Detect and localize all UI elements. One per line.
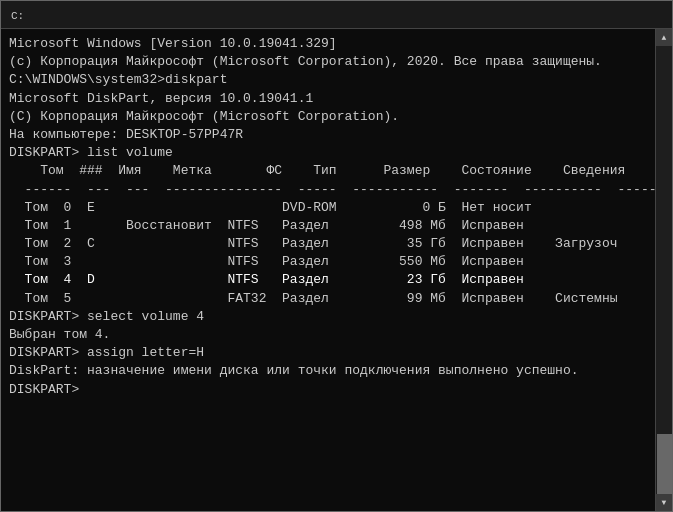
app-icon: C:\: [9, 7, 25, 23]
title-bar: C:\: [1, 1, 672, 29]
content-area: Microsoft Windows [Version 10.0.19041.32…: [1, 29, 672, 511]
scroll-up-button[interactable]: ▲: [656, 29, 673, 46]
minimize-button[interactable]: [526, 1, 572, 29]
scrollbar[interactable]: ▲ ▼: [655, 29, 672, 511]
maximize-button[interactable]: [572, 1, 618, 29]
window-controls: [526, 1, 664, 29]
close-button[interactable]: [618, 1, 664, 29]
window: C:\ Microsoft Windows [Version 10.0.1904…: [0, 0, 673, 512]
scroll-down-button[interactable]: ▼: [656, 494, 673, 511]
scroll-track: [656, 46, 672, 494]
terminal-output[interactable]: Microsoft Windows [Version 10.0.19041.32…: [1, 29, 655, 511]
scroll-thumb[interactable]: [657, 434, 672, 494]
svg-text:C:\: C:\: [11, 10, 25, 22]
